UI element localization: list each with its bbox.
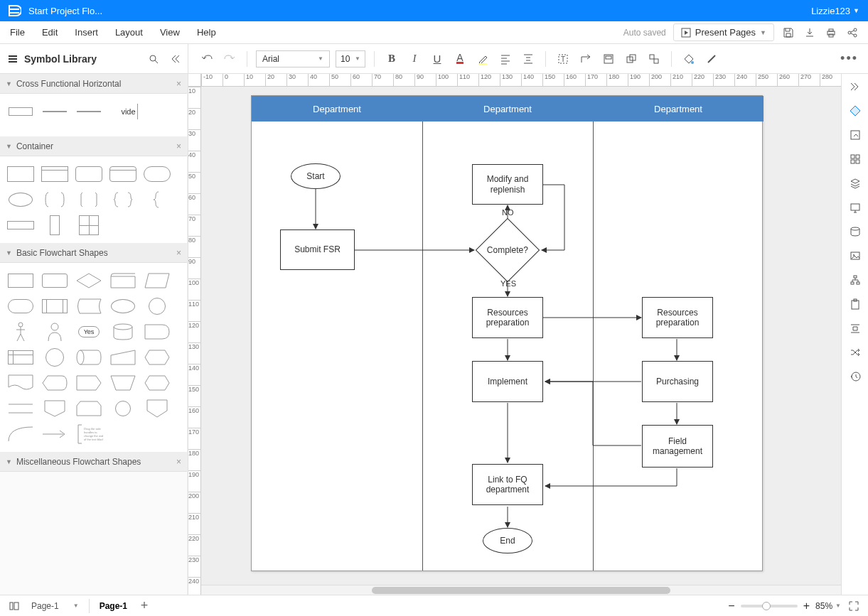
highlight-button[interactable] <box>474 50 491 67</box>
shape-manual-op[interactable] <box>108 372 138 394</box>
shape-circle[interactable] <box>142 296 172 317</box>
shape-offpage[interactable] <box>40 398 70 419</box>
export-panel-icon[interactable] <box>847 126 864 144</box>
present-pages-button[interactable]: Present Pages ▼ <box>673 23 774 41</box>
shape-predefined[interactable] <box>40 296 70 317</box>
collapse-right-icon[interactable] <box>847 78 864 95</box>
shape-terminator[interactable] <box>6 296 36 317</box>
underline-button[interactable]: U <box>429 50 446 67</box>
page-select[interactable]: Page-1▼ <box>21 598 89 614</box>
zoom-in-button[interactable]: + <box>803 600 810 612</box>
shape-swimlane-1[interactable] <box>6 101 36 122</box>
shape-brace[interactable] <box>142 189 172 210</box>
shape-cylinder-h[interactable] <box>74 347 104 368</box>
container-tool-button[interactable] <box>600 50 617 67</box>
history-panel-icon[interactable] <box>847 368 864 385</box>
shape-container-1[interactable] <box>6 163 36 185</box>
menu-file[interactable]: File <box>1 27 33 38</box>
shape-column[interactable] <box>40 215 70 236</box>
shape-container-4[interactable] <box>108 163 138 185</box>
node-start[interactable]: Start <box>291 163 341 189</box>
menu-layout[interactable]: Layout <box>107 27 151 38</box>
section-basic-flowchart[interactable]: ▼Basic Flowchart Shapes× <box>0 243 187 263</box>
shape-arc[interactable] <box>6 423 36 445</box>
node-link-fq[interactable]: Link to FQ department <box>472 464 543 505</box>
shape-swimlane-3[interactable] <box>74 101 104 122</box>
shape-offpage-2[interactable] <box>142 398 172 419</box>
section-misc-flowchart[interactable]: ▼Miscellaneous Flowchart Shapes× <box>0 452 187 472</box>
menu-edit[interactable]: Edit <box>33 27 66 38</box>
menu-insert[interactable]: Insert <box>66 27 107 38</box>
scrollbar-thumb[interactable] <box>372 587 670 594</box>
collapse-panel-icon[interactable] <box>168 52 182 66</box>
print-icon[interactable] <box>824 26 838 40</box>
connector-tool-button[interactable] <box>577 50 594 67</box>
shape-actor[interactable] <box>6 321 36 342</box>
shape-container-5[interactable] <box>142 163 172 185</box>
node-resources-1[interactable]: Resources preparation <box>472 297 543 338</box>
shuffle-panel-icon[interactable] <box>847 344 864 361</box>
shape-data[interactable] <box>142 270 172 291</box>
download-icon[interactable] <box>803 26 817 40</box>
italic-button[interactable]: I <box>406 50 423 67</box>
group-button[interactable] <box>623 50 640 67</box>
shape-ellipse-2[interactable] <box>108 296 138 317</box>
node-end[interactable]: End <box>483 528 532 553</box>
shape-container-2[interactable] <box>40 163 70 185</box>
fullscreen-icon[interactable] <box>847 599 861 613</box>
line-button[interactable] <box>703 50 720 67</box>
node-purchasing[interactable]: Purchasing <box>642 361 713 402</box>
format-panel-icon[interactable] <box>847 102 864 119</box>
menu-help[interactable]: Help <box>188 27 225 38</box>
close-icon[interactable]: × <box>176 79 181 89</box>
image-panel-icon[interactable] <box>847 247 864 264</box>
shape-grid[interactable] <box>74 215 104 236</box>
page-tab-1[interactable]: Page-1 <box>90 598 137 614</box>
shape-internal-storage[interactable] <box>6 347 36 368</box>
shape-container-3[interactable] <box>74 163 104 185</box>
shape-yes-pill[interactable]: Yes <box>74 321 104 342</box>
shape-user[interactable] <box>40 321 70 342</box>
page[interactable]: Department Department Department <box>251 95 763 571</box>
shape-parallel[interactable] <box>6 398 36 419</box>
shape-process-round[interactable] <box>40 270 70 291</box>
close-icon[interactable]: × <box>176 457 181 467</box>
bold-button[interactable]: B <box>383 50 400 67</box>
layers-panel-icon[interactable] <box>847 175 864 192</box>
search-icon[interactable] <box>146 52 161 66</box>
node-resources-2[interactable]: Resources preparation <box>642 297 713 338</box>
font-family-select[interactable]: Arial▼ <box>256 50 330 67</box>
menu-view[interactable]: View <box>151 27 188 38</box>
shape-database[interactable] <box>108 321 138 342</box>
shape-card[interactable] <box>108 270 138 291</box>
user-menu[interactable]: Lizzie123 ▼ <box>808 6 862 16</box>
font-size-select[interactable]: 10▼ <box>336 50 365 67</box>
node-implement[interactable]: Implement <box>472 361 543 402</box>
zoom-knob[interactable] <box>762 602 771 610</box>
more-options-button[interactable]: ••• <box>840 51 858 66</box>
close-icon[interactable]: × <box>176 248 181 258</box>
section-cross-functional[interactable]: ▼Cross Functional Horizontal× <box>0 74 187 94</box>
undo-button[interactable] <box>198 50 215 67</box>
shape-preparation[interactable] <box>142 372 172 394</box>
shape-bar[interactable] <box>6 215 36 236</box>
valign-button[interactable] <box>520 50 537 67</box>
fill-button[interactable] <box>680 50 697 67</box>
add-page-button[interactable]: + <box>137 599 151 613</box>
font-color-button[interactable]: A <box>451 50 468 67</box>
shape-connector[interactable] <box>108 398 138 419</box>
shape-swimlane-label[interactable]: vide <box>108 101 151 122</box>
shape-display[interactable] <box>40 372 70 394</box>
text-tool-button[interactable]: T <box>554 50 572 67</box>
app-logo[interactable] <box>6 2 23 19</box>
shape-pentagon[interactable] <box>74 372 104 394</box>
shape-ellipse[interactable] <box>6 189 36 210</box>
shape-hexagon[interactable] <box>142 347 172 368</box>
shape-delay[interactable] <box>142 321 172 342</box>
node-field-management[interactable]: Field management <box>642 425 713 468</box>
shape-annotation[interactable]: Drag the sidehandles tochange the widtho… <box>74 423 104 445</box>
ungroup-button[interactable] <box>645 50 663 67</box>
present-panel-icon[interactable] <box>847 199 864 216</box>
shape-decision[interactable] <box>74 270 104 291</box>
clipboard-panel-icon[interactable] <box>847 296 864 313</box>
